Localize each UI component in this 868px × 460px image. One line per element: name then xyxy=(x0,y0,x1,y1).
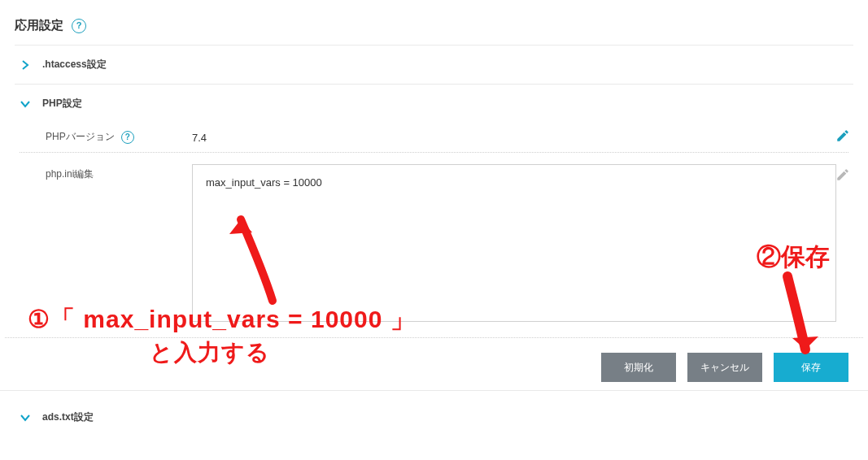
php-panel: PHPバージョン ? 7.4 php.ini編集 xyxy=(20,111,848,390)
php-ini-label: php.ini編集 xyxy=(46,164,192,181)
php-version-row: PHPバージョン ? 7.4 xyxy=(20,115,848,152)
accordion-ads-label: ads.txt設定 xyxy=(42,410,94,424)
accordion-htaccess-head[interactable]: .htaccess設定 xyxy=(20,58,848,72)
chevron-down-icon xyxy=(20,412,31,423)
php-ini-row: php.ini編集 xyxy=(20,152,848,332)
accordion-php: PHP設定 PHPバージョン ? 7.4 php.ini編集 xyxy=(15,84,853,390)
button-row: 初期化 キャンセル 保存 xyxy=(5,337,863,390)
chevron-down-icon xyxy=(20,98,31,110)
php-version-label: PHPバージョン ? xyxy=(46,127,192,144)
accordion-ads-head[interactable]: ads.txt設定 xyxy=(20,410,848,424)
pencil-icon[interactable] xyxy=(834,166,852,184)
accordion-htaccess: .htaccess設定 xyxy=(15,45,853,84)
accordion-php-label: PHP設定 xyxy=(42,97,82,111)
accordion-php-head[interactable]: PHP設定 xyxy=(20,97,848,111)
pencil-icon[interactable] xyxy=(834,127,852,145)
chevron-right-icon xyxy=(20,59,31,71)
section-title-text: 応用設定 xyxy=(15,18,63,33)
help-icon[interactable]: ? xyxy=(121,131,134,144)
save-button[interactable]: 保存 xyxy=(774,353,848,382)
php-ini-value-wrap xyxy=(192,164,848,324)
help-icon[interactable]: ? xyxy=(72,19,86,33)
reset-button[interactable]: 初期化 xyxy=(601,353,676,382)
section-title: 応用設定 ? xyxy=(15,18,853,45)
php-version-value: 7.4 xyxy=(192,127,848,144)
php-ini-textarea[interactable] xyxy=(192,164,836,322)
accordion-ads: ads.txt設定 xyxy=(15,391,853,436)
accordion-htaccess-label: .htaccess設定 xyxy=(42,58,107,72)
cancel-button[interactable]: キャンセル xyxy=(687,353,762,382)
